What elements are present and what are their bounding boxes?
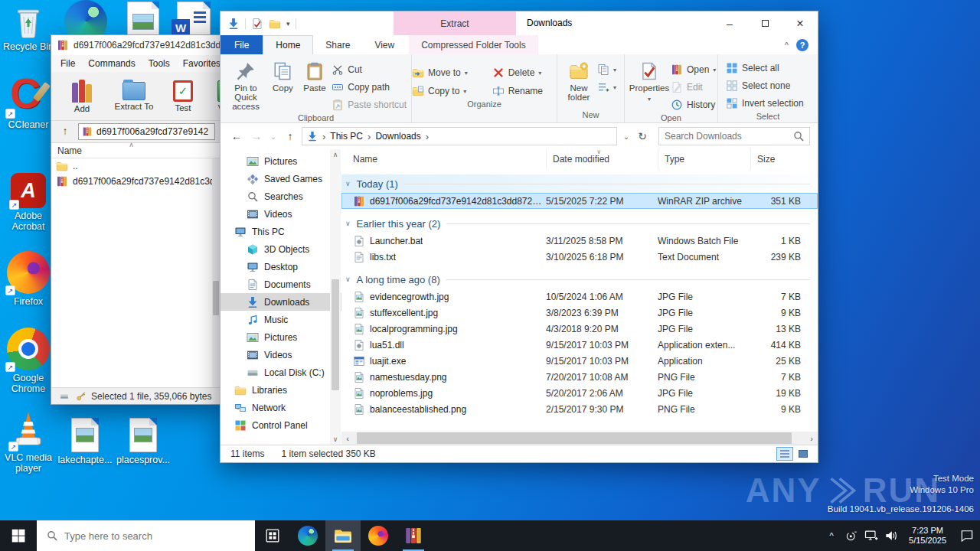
window-minimize-button[interactable]: – — [712, 11, 747, 35]
breadcrumb-downloads[interactable]: Downloads — [375, 131, 420, 142]
file-row[interactable]: localprogramming.jpg4/3/2018 9:20 PMJPG … — [341, 321, 818, 337]
new-item-button[interactable]: ▾ — [597, 61, 616, 78]
file-row[interactable]: noproblems.jpg5/20/2017 2:06 AMJPG File1… — [341, 385, 818, 401]
file-row[interactable]: luajit.exe9/15/2017 10:03 PMApplication2… — [341, 353, 818, 369]
sidebar-item-searches[interactable]: Searches — [220, 187, 341, 205]
scrollbar-thumb[interactable] — [213, 281, 219, 315]
sidebar-item-local-disk-c[interactable]: Local Disk (C:) — [220, 364, 341, 381]
address-field[interactable]: › This PC › Downloads › — [302, 127, 617, 145]
sidebar-item-downloads[interactable]: Downloads — [220, 293, 341, 311]
winrar-view-button[interactable]: View — [207, 80, 220, 112]
history-button[interactable]: History — [671, 96, 716, 113]
winrar-test-button[interactable]: ✓ Test — [165, 80, 201, 112]
help-button[interactable]: ? — [796, 39, 808, 51]
network-button[interactable] — [861, 520, 881, 551]
downloads-folder-icon[interactable] — [227, 18, 240, 30]
action-center-button[interactable] — [954, 520, 980, 551]
sidebar-item-this-pc[interactable]: This PC — [220, 223, 341, 240]
column-header-name[interactable]: Name — [353, 149, 546, 169]
sidebar-item-pictures[interactable]: Pictures — [220, 152, 341, 170]
file-row[interactable]: d6917f006a29fcd737e9142d81c3dd87294...5/… — [341, 193, 818, 209]
winrar-titlebar[interactable]: d6917f006a29fcd737e9142d81c3dd8 — [51, 35, 220, 55]
sidebar-item-saved-games[interactable]: Saved Games — [220, 170, 341, 187]
hidden-icons-chevron[interactable]: ^ — [822, 520, 841, 551]
scroll-up-icon[interactable]: ∧ — [330, 149, 341, 160]
breadcrumb-this-pc[interactable]: This PC — [330, 131, 363, 142]
tab-share[interactable]: Share — [313, 35, 362, 54]
sidebar-item-videos[interactable]: Videos — [220, 346, 341, 364]
column-header-type[interactable]: Type — [658, 149, 750, 169]
address-dropdown-icon[interactable]: ⌄ — [620, 132, 632, 141]
taskbar-edge[interactable] — [290, 520, 325, 551]
taskbar-search[interactable] — [37, 520, 255, 551]
window-close-button[interactable]: × — [782, 11, 818, 35]
menu-tools[interactable]: Tools — [149, 58, 170, 69]
taskbar-winrar[interactable] — [396, 520, 431, 551]
scrollbar-thumb[interactable] — [357, 432, 792, 444]
scroll-right-icon[interactable]: › — [805, 434, 818, 443]
taskbar-search-input[interactable] — [64, 530, 255, 542]
details-view-button[interactable] — [776, 447, 793, 461]
open-button[interactable]: Open ▾ — [671, 61, 716, 78]
tray-app-button[interactable] — [841, 520, 861, 551]
winrar-row[interactable]: d6917f006a29fcd737e9142d81c3dd87294... — [51, 174, 220, 189]
select-none-button[interactable]: Select none — [726, 77, 818, 94]
search-input[interactable] — [659, 131, 792, 142]
column-header-size[interactable]: Size — [750, 149, 810, 169]
group-header-earlier-this-year-2[interactable]: ∨Earlier this year (2) — [341, 214, 818, 233]
edit-button[interactable]: Edit — [671, 79, 716, 96]
rename-button[interactable]: Rename — [492, 83, 557, 99]
tab-home[interactable]: Home — [263, 35, 313, 54]
delete-button[interactable]: Delete ▾ — [492, 64, 557, 81]
file-row[interactable]: lua51.dll9/15/2017 10:03 PMApplication e… — [341, 337, 818, 353]
paste-shortcut-button[interactable]: Paste shortcut — [332, 96, 407, 113]
sidebar-item-control-panel[interactable]: Control Panel — [220, 416, 341, 434]
pin-to-quick-access-button[interactable]: Pin to Quick access — [225, 58, 266, 111]
paste-button[interactable]: Paste — [299, 58, 331, 93]
window-maximize-button[interactable] — [747, 11, 782, 35]
file-row[interactable]: stuffexcellent.jpg3/8/2023 6:39 PMJPG Fi… — [341, 305, 818, 321]
desktop-icon-adobe-acrobat[interactable]: A ↗ Adobe Acrobat — [0, 173, 57, 232]
desktop-icon-vlc[interactable]: ↗ VLC media player — [0, 410, 57, 474]
winrar-column-header-name[interactable]: ∧ Name — [51, 143, 220, 158]
copy-button[interactable]: Copy — [268, 58, 298, 93]
search-icon[interactable] — [792, 130, 805, 142]
taskbar-file-explorer[interactable] — [325, 520, 361, 551]
scrollbar-thumb[interactable] — [332, 279, 339, 390]
desktop-icon-ccleaner[interactable]: C ↗ CCleaner — [0, 74, 57, 130]
winrar-extract-to-button[interactable]: Extract To — [109, 82, 158, 111]
file-row[interactable]: namestuesday.png7/20/2017 10:08 AMPNG Fi… — [341, 369, 818, 385]
select-all-button[interactable]: Select all — [726, 60, 818, 77]
file-row[interactable]: Launcher.bat3/11/2025 8:58 PMWindows Bat… — [341, 233, 818, 249]
easy-access-button[interactable]: ▾ — [597, 79, 616, 96]
winrar-row[interactable]: .. — [51, 158, 220, 174]
winrar-scrollbar[interactable] — [212, 158, 220, 387]
file-row[interactable]: libs.txt3/10/2025 6:18 PMText Document23… — [341, 249, 818, 265]
tab-view[interactable]: View — [362, 35, 407, 54]
ribbon-collapse-icon[interactable]: ^ — [785, 41, 789, 50]
cut-button[interactable]: Cut — [332, 61, 407, 78]
forward-button[interactable]: → — [248, 130, 265, 142]
copy-to-button[interactable]: Copy to ▾ — [412, 83, 482, 99]
large-icons-view-button[interactable] — [795, 447, 812, 461]
tab-file[interactable]: File — [220, 35, 263, 54]
sidebar-item-documents[interactable]: Documents — [220, 276, 341, 293]
clock[interactable]: 7:23 PM 5/15/2025 — [901, 526, 954, 546]
column-header-date-modified[interactable]: ∨ Date modified — [546, 149, 658, 169]
qat-customize-caret-icon[interactable]: ▾ — [286, 20, 290, 28]
volume-button[interactable] — [881, 520, 901, 551]
sidebar-item-network[interactable]: Network — [220, 399, 341, 416]
desktop-icon-google-chrome[interactable]: ↗ Google Chrome — [0, 328, 57, 394]
desktop-icon-lakechapter[interactable]: lakechapte... — [58, 418, 112, 465]
sidebar-item-pictures[interactable]: Pictures — [220, 328, 341, 346]
desktop-icon-firefox[interactable]: ↗ Firefox — [0, 251, 57, 307]
sidebar-item-3d-objects[interactable]: 3D Objects — [220, 240, 341, 258]
file-row[interactable]: evidencegrowth.jpg10/5/2024 1:06 AMJPG F… — [341, 289, 818, 305]
sidebar-item-desktop[interactable]: Desktop — [220, 258, 341, 276]
new-folder-button[interactable]: New folder — [562, 58, 596, 102]
desktop-icon-recycle-bin[interactable]: Recycle Bin — [0, 4, 57, 52]
menu-file[interactable]: File — [60, 58, 75, 69]
winrar-address-combo[interactable]: d6917f006a29fcd737e9142 — [78, 123, 215, 140]
menu-commands[interactable]: Commands — [88, 58, 135, 69]
new-folder-icon[interactable] — [269, 18, 281, 30]
